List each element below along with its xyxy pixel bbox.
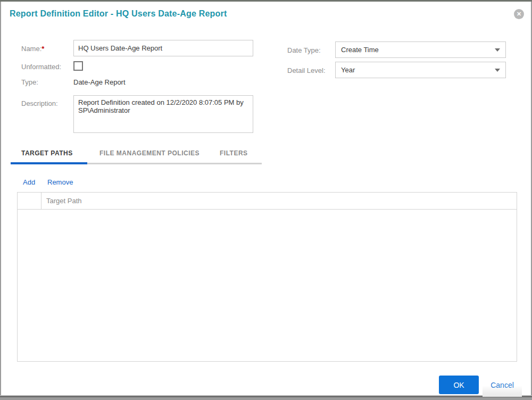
required-marker: * — [41, 45, 44, 53]
table-header-row: Target Path — [18, 193, 517, 210]
report-definition-editor-dialog: Report Definition Editor - HQ Users Date… — [1, 2, 531, 395]
add-button[interactable]: Add — [23, 178, 35, 186]
description-input[interactable]: Report Definition created on 12/2/2020 8… — [73, 95, 253, 133]
tab-target-paths[interactable]: TARGET PATHS — [21, 149, 73, 157]
window-edge-bottom — [0, 395, 532, 400]
target-paths-table: Target Path — [17, 192, 517, 362]
date-type-label: Date Type: — [287, 46, 321, 54]
name-input[interactable] — [73, 40, 253, 56]
table-body-empty[interactable] — [18, 210, 517, 361]
type-value: Date-Age Report — [73, 78, 126, 86]
detail-level-label: Detail Level: — [287, 66, 326, 74]
active-tab-indicator — [11, 162, 87, 164]
target-path-column-header: Target Path — [41, 197, 517, 205]
date-type-value: Create Time — [341, 46, 379, 54]
name-label-text: Name: — [21, 45, 41, 53]
tab-file-management-policies[interactable]: FILE MANAGEMENT POLICIES — [99, 149, 200, 157]
name-label: Name:* — [21, 45, 44, 53]
tab-divider — [87, 163, 262, 164]
detail-level-select[interactable]: Year — [335, 62, 506, 78]
description-label: Description: — [21, 99, 58, 107]
close-icon[interactable]: ✕ — [514, 9, 524, 19]
date-type-select[interactable]: Create Time — [335, 41, 506, 58]
selection-column-header — [18, 193, 41, 209]
unformatted-label: Unformatted: — [21, 63, 61, 71]
detail-level-value: Year — [341, 66, 355, 74]
tab-bar: TARGET PATHS FILE MANAGEMENT POLICIES FI… — [1, 149, 531, 165]
ok-button[interactable]: OK — [439, 376, 479, 394]
tab-filters[interactable]: FILTERS — [220, 149, 248, 157]
cancel-button[interactable]: Cancel — [483, 379, 522, 397]
type-label: Type: — [21, 78, 38, 86]
chevron-down-icon — [495, 48, 500, 52]
dialog-title: Report Definition Editor - HQ Users Date… — [10, 9, 227, 19]
chevron-down-icon — [495, 69, 500, 72]
unformatted-checkbox[interactable] — [73, 61, 83, 71]
remove-button[interactable]: Remove — [47, 178, 73, 186]
